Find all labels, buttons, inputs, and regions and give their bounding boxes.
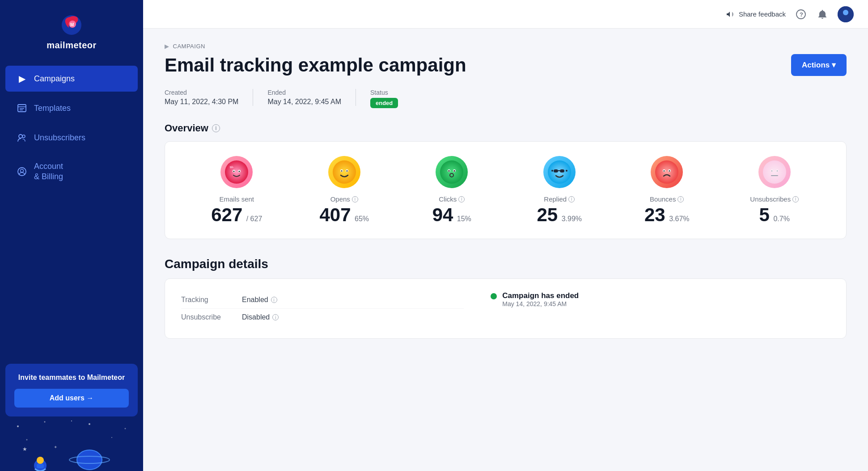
status-badge: ended bbox=[370, 98, 398, 108]
bounces-emoji bbox=[651, 156, 683, 188]
clicks-label: Clicks i bbox=[439, 195, 465, 203]
content-area: ▶ CAMPAIGN Email tracking example campai… bbox=[143, 29, 868, 471]
sidebar-item-account-billing[interactable]: Account& Billing bbox=[5, 154, 138, 189]
illustration-bg: ★ ✦ bbox=[0, 417, 143, 471]
breadcrumb-arrow-icon: ▶ bbox=[165, 43, 169, 50]
opens-label: Opens i bbox=[330, 195, 358, 203]
svg-text:?: ? bbox=[800, 11, 803, 18]
unsubscribe-info-icon[interactable]: i bbox=[272, 314, 279, 320]
add-users-button[interactable]: Add users → bbox=[14, 389, 129, 408]
svg-point-15 bbox=[71, 421, 72, 421]
opens-value: 407 bbox=[319, 204, 351, 225]
tracking-label: Tracking bbox=[181, 296, 235, 304]
page-header: Email tracking example campaign Actions … bbox=[165, 54, 847, 76]
sidebar-item-unsubscribers[interactable]: Unsubscribers bbox=[5, 125, 138, 151]
svg-point-52 bbox=[566, 170, 567, 172]
campaign-ended-date: May 14, 2022, 9:45 AM bbox=[502, 300, 579, 307]
svg-point-45 bbox=[453, 170, 455, 172]
svg-point-62 bbox=[777, 171, 778, 172]
logo-text: mailmeteor bbox=[47, 40, 97, 50]
svg-point-30 bbox=[843, 10, 848, 15]
svg-point-53 bbox=[655, 160, 678, 184]
svg-point-61 bbox=[771, 171, 772, 172]
templates-icon bbox=[16, 102, 28, 114]
stat-bounces: Bounces i 23 3.67% bbox=[613, 156, 721, 224]
meta-row: Created May 11, 2022, 4:30 PM Ended May … bbox=[165, 89, 847, 108]
svg-point-39 bbox=[341, 170, 342, 172]
svg-point-56 bbox=[664, 170, 665, 172]
svg-rect-23 bbox=[37, 464, 44, 468]
actions-button[interactable]: Actions ▾ bbox=[791, 54, 847, 76]
sidebar-item-templates-label: Templates bbox=[34, 104, 71, 113]
stat-unsubscribes: Unsubscribes i 5 0.7% bbox=[721, 156, 829, 224]
emails-sent-label: Emails sent bbox=[219, 195, 254, 203]
tracking-info-icon[interactable]: i bbox=[271, 297, 277, 303]
sidebar-item-unsubscribers-label: Unsubscribers bbox=[34, 133, 85, 143]
sidebar-item-account-billing-label: Account& Billing bbox=[34, 161, 63, 182]
ended-label: Ended bbox=[267, 89, 341, 96]
avatar[interactable] bbox=[838, 6, 854, 22]
stat-emails-sent: Emails sent 627 / 627 bbox=[183, 156, 291, 224]
bounces-pct: 3.67% bbox=[669, 215, 689, 223]
tracking-value: Enabled i bbox=[242, 296, 277, 304]
meta-ended: Ended May 14, 2022, 9:45 AM bbox=[267, 89, 356, 106]
nav-items: ▶ Campaigns Templates bbox=[0, 59, 143, 358]
sidebar-item-campaigns-label: Campaigns bbox=[34, 74, 75, 84]
details-left-col: Tracking Enabled i Unsubscribe Disabled … bbox=[181, 291, 464, 326]
details-row-tracking: Tracking Enabled i bbox=[181, 291, 464, 309]
emails-sent-sub: / 627 bbox=[246, 215, 263, 223]
campaign-ended-title: Campaign has ended bbox=[502, 291, 579, 300]
sidebar-item-templates[interactable]: Templates bbox=[5, 95, 138, 121]
stat-clicks: Clicks i 94 15% bbox=[398, 156, 506, 224]
unsubscribes-info-icon[interactable]: i bbox=[792, 196, 799, 202]
unsubscribe-label: Unsubscribe bbox=[181, 313, 235, 321]
opens-emoji bbox=[328, 156, 360, 188]
bounces-label: Bounces i bbox=[650, 195, 684, 203]
bounces-info-icon[interactable]: i bbox=[677, 196, 684, 202]
svg-point-35 bbox=[239, 171, 240, 172]
unsubscribe-value: Disabled i bbox=[242, 313, 279, 321]
overview-info-icon[interactable]: i bbox=[212, 124, 220, 132]
campaign-details-title: Campaign details bbox=[165, 257, 847, 271]
svg-point-16 bbox=[26, 439, 28, 441]
notifications-button[interactable] bbox=[816, 8, 829, 21]
share-feedback-button[interactable]: Share feedback bbox=[725, 9, 786, 19]
svg-point-58 bbox=[763, 160, 786, 184]
svg-point-8 bbox=[22, 135, 25, 138]
svg-point-11 bbox=[17, 425, 19, 427]
meta-status: Status ended bbox=[370, 89, 412, 108]
page-title: Email tracking example campaign bbox=[165, 54, 466, 76]
replied-emoji bbox=[543, 156, 576, 188]
campaign-ended-badge: Campaign has ended May 14, 2022, 9:45 AM bbox=[491, 291, 830, 307]
svg-point-17 bbox=[111, 437, 112, 438]
svg-point-51 bbox=[551, 170, 553, 172]
svg-point-34 bbox=[233, 171, 235, 172]
svg-text:M: M bbox=[70, 22, 74, 27]
sidebar-item-campaigns[interactable]: ▶ Campaigns bbox=[5, 66, 138, 92]
created-value: May 11, 2022, 4:30 PM bbox=[165, 98, 238, 106]
unsubscribers-icon bbox=[16, 132, 28, 143]
meta-created: Created May 11, 2022, 4:30 PM bbox=[165, 89, 253, 106]
breadcrumb-text: CAMPAIGN bbox=[173, 43, 205, 50]
svg-point-7 bbox=[19, 135, 22, 138]
sidebar-illustration: ★ ✦ bbox=[0, 417, 143, 471]
svg-point-36 bbox=[333, 160, 356, 184]
main-area: Share feedback ? ▶ CAMPAIGN bbox=[143, 0, 868, 471]
help-button[interactable]: ? bbox=[795, 8, 807, 21]
campaign-ended-info: Campaign has ended May 14, 2022, 9:45 AM bbox=[502, 291, 579, 307]
details-card: Tracking Enabled i Unsubscribe Disabled … bbox=[165, 278, 847, 339]
topbar: Share feedback ? bbox=[143, 0, 868, 29]
clicks-info-icon[interactable]: i bbox=[458, 196, 465, 202]
campaigns-icon: ▶ bbox=[16, 73, 28, 84]
replied-value: 25 bbox=[537, 204, 558, 225]
svg-point-41 bbox=[440, 160, 463, 184]
svg-point-10 bbox=[21, 169, 24, 172]
replied-info-icon[interactable]: i bbox=[568, 196, 575, 202]
svg-point-22 bbox=[37, 457, 44, 464]
emails-sent-value: 627 bbox=[211, 204, 242, 225]
created-label: Created bbox=[165, 89, 238, 96]
svg-point-47 bbox=[548, 160, 571, 184]
opens-info-icon[interactable]: i bbox=[352, 196, 358, 202]
emails-sent-emoji bbox=[220, 156, 253, 188]
breadcrumb: ▶ CAMPAIGN bbox=[165, 43, 847, 50]
